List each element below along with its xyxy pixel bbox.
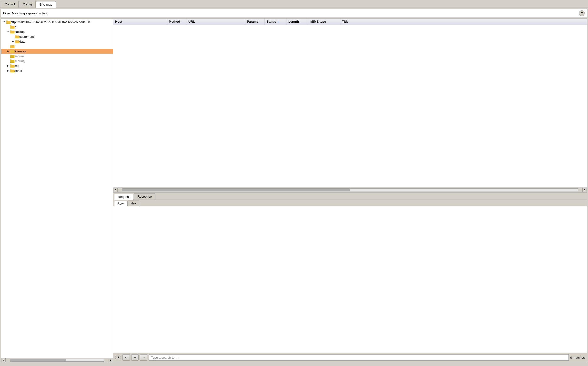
th-length[interactable]: Length: [286, 19, 308, 25]
bottom-help-button[interactable]: ?: [115, 355, 121, 360]
svg-rect-21: [10, 70, 14, 72]
tree-item-secure-label: secure: [14, 54, 24, 58]
b-folder-icon: [10, 25, 14, 29]
th-title[interactable]: Title: [340, 19, 587, 25]
svg-rect-10: [15, 40, 16, 41]
table-scroll-right[interactable]: ▶: [582, 188, 587, 192]
data-expand-arrow[interactable]: [11, 39, 15, 43]
table-hscrollbar[interactable]: ◀ ▶: [113, 187, 587, 192]
tree-item-customers[interactable]: customers: [1, 34, 113, 39]
svg-rect-11: [10, 45, 14, 48]
tree-item-secure[interactable]: secure: [1, 54, 113, 58]
sell-folder-icon: [10, 64, 14, 67]
table-scroll-thumb[interactable]: [122, 189, 350, 191]
scroll-left-arrow[interactable]: ◀: [1, 358, 6, 362]
tree-item-serial-label: serial: [14, 69, 22, 73]
filter-help-button[interactable]: ?: [579, 10, 585, 16]
th-method[interactable]: Method: [167, 19, 186, 25]
table-body: [113, 25, 587, 187]
req-res-tabs: Request Response: [113, 193, 587, 200]
th-mimetype-label: MIME type: [310, 20, 326, 23]
svg-rect-6: [10, 30, 11, 31]
security-folder-icon: [10, 59, 14, 63]
prev-button[interactable]: <: [122, 354, 130, 361]
tree-item-security[interactable]: security: [1, 58, 113, 63]
tab-config[interactable]: Config: [19, 1, 36, 8]
site-tree[interactable]: http://f50c9ba2-91b2-4827-b607-61604a1c2…: [1, 19, 113, 358]
tree-item-licenses[interactable]: licenses: [1, 49, 113, 54]
tab-hex[interactable]: Hex: [127, 201, 139, 206]
svg-rect-19: [10, 65, 14, 67]
tree-item-customers-label: customers: [19, 35, 34, 39]
backup-folder-icon: [10, 30, 14, 33]
svg-rect-18: [10, 59, 11, 60]
scroll-right-arrow[interactable]: ▶: [109, 358, 113, 362]
tab-bar: Control Config Site map: [0, 0, 588, 8]
tab-response[interactable]: Response: [134, 193, 155, 200]
serial-expand-arrow[interactable]: [6, 69, 10, 73]
th-url[interactable]: URL: [186, 19, 245, 25]
svg-rect-12: [10, 45, 11, 46]
tree-item-b[interactable]: b: [1, 24, 113, 29]
th-status[interactable]: Status ▲: [264, 19, 286, 25]
left-scrollbar[interactable]: ◀ ▶: [1, 358, 113, 362]
tree-item-backup[interactable]: backup: [1, 29, 113, 34]
bottom-search-bar: ? < + > 0 matches: [113, 353, 587, 362]
tree-root-label: http://f50c9ba2-91b2-4827-b607-61604a1c2…: [10, 20, 90, 24]
svg-rect-5: [10, 31, 14, 33]
scroll-thumb[interactable]: [10, 359, 66, 361]
tab-raw[interactable]: Raw: [114, 201, 127, 206]
th-host[interactable]: Host: [113, 19, 167, 25]
tree-root[interactable]: http://f50c9ba2-91b2-4827-b607-61604a1c2…: [1, 19, 113, 24]
tree-item-l[interactable]: l: [1, 44, 113, 49]
licenses-expand-arrow[interactable]: [6, 49, 10, 53]
svg-rect-7: [15, 36, 19, 38]
svg-rect-9: [15, 40, 19, 43]
th-params-label: Params: [247, 20, 258, 23]
tree-item-security-label: security: [14, 59, 25, 63]
svg-rect-17: [10, 60, 14, 63]
tree-item-data[interactable]: data: [1, 39, 113, 44]
th-params[interactable]: Params: [245, 19, 264, 25]
serial-folder-icon: [10, 69, 14, 72]
tree-item-sell[interactable]: sell: [1, 63, 113, 68]
svg-rect-16: [10, 55, 11, 55]
svg-rect-22: [10, 69, 11, 70]
th-url-label: URL: [188, 20, 195, 23]
backup-expand-arrow[interactable]: [6, 30, 10, 34]
licenses-folder-icon: [10, 49, 14, 53]
svg-rect-2: [6, 20, 8, 21]
table-scroll-track[interactable]: [122, 188, 578, 191]
match-count: 0 matches: [570, 356, 585, 359]
svg-rect-20: [10, 64, 11, 65]
tab-sitemap[interactable]: Site map: [36, 1, 56, 8]
root-expand-arrow[interactable]: [2, 20, 6, 24]
table-scroll-left[interactable]: ◀: [113, 188, 118, 192]
request-body: [113, 206, 587, 353]
tab-request[interactable]: Request: [114, 194, 133, 200]
svg-rect-8: [15, 35, 16, 36]
svg-rect-3: [10, 26, 14, 29]
next-button[interactable]: >: [140, 354, 147, 361]
svg-rect-15: [10, 55, 14, 58]
search-input[interactable]: [149, 354, 569, 361]
customers-folder-icon: [15, 35, 19, 38]
l-folder-icon: [10, 45, 14, 48]
scroll-track[interactable]: [10, 359, 104, 362]
th-mimetype[interactable]: MIME type: [308, 19, 340, 25]
tab-control[interactable]: Control: [1, 1, 19, 8]
th-status-label: Status: [266, 20, 276, 23]
add-button[interactable]: +: [131, 354, 139, 361]
left-panel: http://f50c9ba2-91b2-4827-b607-61604a1c2…: [1, 18, 113, 362]
filter-bar: Filter: Matching expression bak ?: [1, 9, 587, 17]
root-folder-icon: [6, 20, 10, 24]
tree-item-l-label: l: [14, 45, 15, 48]
raw-hex-tabs: Raw Hex: [113, 200, 587, 206]
tree-item-serial[interactable]: serial: [1, 68, 113, 73]
th-host-label: Host: [115, 20, 122, 23]
sell-expand-arrow[interactable]: [6, 64, 10, 68]
th-length-label: Length: [288, 20, 299, 23]
svg-rect-4: [10, 25, 11, 26]
th-title-label: Title: [342, 20, 349, 23]
tree-item-backup-label: backup: [14, 30, 25, 34]
